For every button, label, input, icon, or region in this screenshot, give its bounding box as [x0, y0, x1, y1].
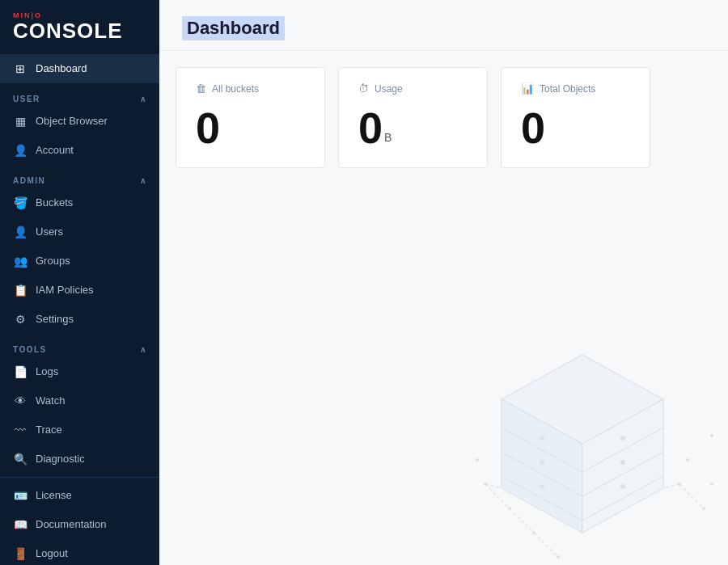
svg-point-24 — [710, 483, 713, 486]
trace-icon: 〰 — [13, 424, 28, 436]
main-header: Dashboard — [159, 0, 728, 51]
logout-icon: 🚪 — [13, 547, 28, 560]
page-title: Dashboard — [182, 16, 285, 40]
chevron-up-icon: ∧ — [140, 95, 147, 103]
logo-console: CONSOLE — [13, 19, 146, 43]
user-section-header: USER ∧ — [0, 83, 159, 107]
stat-card-buckets-value: 0 — [196, 106, 305, 150]
sidebar-item-account[interactable]: 👤 Account — [0, 136, 159, 165]
chevron-up-icon-admin: ∧ — [140, 176, 147, 185]
stat-card-buckets-label: 🗑 All buckets — [196, 82, 305, 95]
groups-icon: 👥 — [13, 255, 28, 268]
sidebar-bottom: 🪪 License 📖 Documentation 🚪 Logout — [0, 474, 159, 565]
chevron-up-icon-tools: ∧ — [140, 345, 147, 354]
sidebar-item-documentation[interactable]: 📖 Documentation — [0, 510, 159, 539]
usage-unit: B — [384, 132, 392, 143]
svg-line-30 — [663, 484, 679, 488]
stat-card-buckets: 🗑 All buckets 0 — [176, 67, 325, 168]
documentation-icon: 📖 — [13, 518, 28, 531]
svg-line-27 — [534, 533, 558, 557]
sidebar-item-settings[interactable]: ⚙ Settings — [0, 305, 159, 334]
stat-card-usage-value: 0 B — [358, 106, 468, 150]
sidebar: MIN|O CONSOLE ⊞ Dashboard USER ∧ ▦ Objec… — [0, 0, 159, 565]
usage-stat-icon: ⏱ — [358, 82, 369, 95]
watch-icon: 👁 — [13, 394, 28, 407]
admin-section-header: ADMIN ∧ — [0, 165, 159, 188]
object-browser-icon: ▦ — [13, 115, 28, 128]
diagnostic-icon: 🔍 — [13, 453, 28, 466]
sidebar-item-watch[interactable]: 👁 Watch — [0, 386, 159, 415]
svg-line-26 — [510, 508, 534, 533]
account-icon: 👤 — [13, 144, 28, 157]
divider — [0, 477, 159, 478]
sidebar-item-iam-policies[interactable]: 📋 IAM Policies — [0, 276, 159, 305]
stat-card-usage: ⏱ Usage 0 B — [338, 67, 488, 168]
sidebar-item-object-browser[interactable]: ▦ Object Browser — [0, 107, 159, 136]
logo-area: MIN|O CONSOLE — [0, 0, 159, 54]
objects-stat-icon: 📊 — [521, 82, 534, 95]
users-icon: 👤 — [13, 226, 28, 238]
svg-point-23 — [710, 434, 713, 437]
sidebar-item-dashboard[interactable]: ⊞ Dashboard — [0, 54, 159, 83]
dashboard-icon: ⊞ — [13, 62, 28, 75]
svg-point-22 — [686, 458, 689, 462]
stat-card-objects-label: 📊 Total Objects — [521, 82, 630, 95]
sidebar-item-trace[interactable]: 〰 Trace — [0, 415, 159, 445]
sidebar-item-groups[interactable]: 👥 Groups — [0, 247, 159, 276]
svg-point-9 — [540, 436, 544, 441]
stat-card-usage-label: ⏱ Usage — [358, 82, 468, 95]
svg-point-10 — [540, 460, 544, 465]
svg-point-13 — [620, 460, 625, 465]
sidebar-item-buckets[interactable]: 🪣 Buckets — [0, 188, 159, 217]
sidebar-item-logout[interactable]: 🚪 Logout — [0, 539, 159, 565]
stats-cards-row: 🗑 All buckets 0 ⏱ Usage 0 B 📊 Total Obje… — [159, 51, 728, 168]
tools-section-header: TOOLS ∧ — [0, 334, 159, 357]
buckets-icon: 🪣 — [13, 196, 28, 209]
svg-line-28 — [679, 484, 704, 508]
bg-illustration — [437, 323, 728, 565]
sidebar-item-logs[interactable]: 📄 Logs — [0, 357, 159, 386]
svg-point-21 — [476, 458, 479, 462]
iam-policies-icon: 📋 — [13, 284, 28, 297]
sidebar-item-diagnostic[interactable]: 🔍 Diagnostic — [0, 445, 159, 474]
stat-card-objects: 📊 Total Objects 0 — [501, 67, 650, 168]
license-icon: 🪪 — [13, 489, 28, 502]
svg-point-12 — [620, 436, 625, 441]
main-content: Dashboard 🗑 All buckets 0 ⏱ Usage 0 B — [159, 0, 728, 565]
svg-point-11 — [540, 484, 544, 489]
stat-card-objects-value: 0 — [521, 106, 630, 150]
buckets-stat-icon: 🗑 — [196, 82, 206, 95]
logs-icon: 📄 — [13, 365, 28, 378]
sidebar-item-license[interactable]: 🪪 License — [0, 481, 159, 510]
sidebar-item-users[interactable]: 👤 Users — [0, 217, 159, 247]
svg-point-14 — [620, 484, 625, 489]
settings-icon: ⚙ — [13, 313, 28, 326]
